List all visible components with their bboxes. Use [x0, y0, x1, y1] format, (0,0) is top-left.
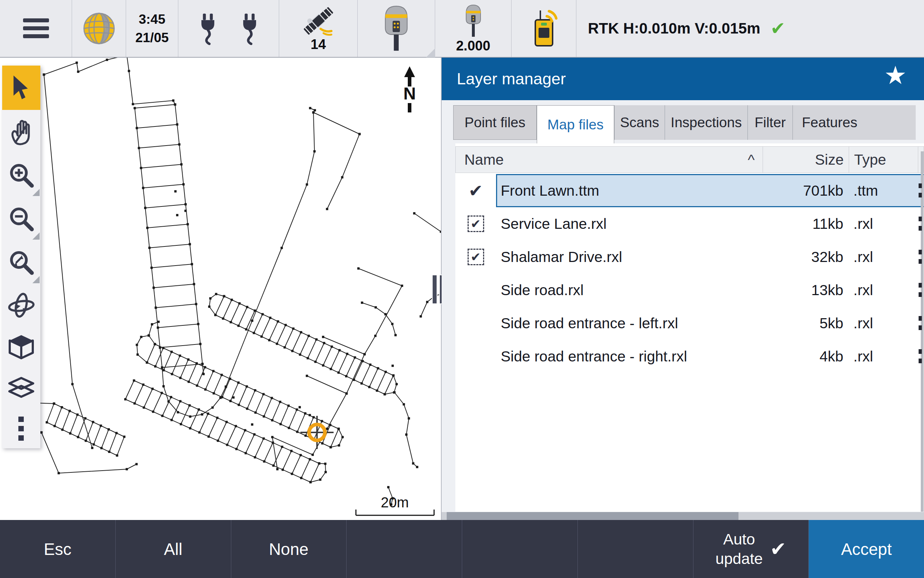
- tool-zoom-in[interactable]: [2, 153, 41, 197]
- map-linework[interactable]: N20m: [0, 58, 441, 520]
- tool-more[interactable]: [2, 409, 41, 448]
- receiver-cell-notch: [426, 48, 435, 57]
- file-name: Side road.rxl: [501, 273, 584, 307]
- file-type: .rxl: [853, 340, 873, 373]
- column-header-name[interactable]: Name ^: [456, 147, 763, 173]
- more-dots-icon: [18, 416, 25, 442]
- all-button[interactable]: All: [116, 520, 231, 578]
- radio-controller-icon: [529, 9, 559, 48]
- file-table: ✔Front Lawn.ttm701kb.ttm✔Service Lane.rx…: [456, 174, 924, 373]
- tool-select[interactable]: [2, 66, 41, 110]
- top-status-bar: 3:45 21/05: [0, 0, 924, 58]
- project-globe-button[interactable]: [72, 0, 126, 57]
- antenna-height-status[interactable]: 2.000: [435, 0, 512, 57]
- auto-update-button[interactable]: Autoupdate ✔: [694, 520, 809, 578]
- column-header-size[interactable]: Size: [763, 147, 849, 173]
- menu-button[interactable]: [0, 0, 72, 57]
- tab-scans[interactable]: Scans: [614, 105, 665, 140]
- cube-icon: [7, 333, 35, 361]
- power-plug-icon: [242, 12, 258, 45]
- power-status[interactable]: [178, 0, 279, 57]
- date-label: 21/05: [135, 28, 169, 47]
- clipped-column-fragment: [919, 240, 924, 273]
- sort-ascending-icon: ^: [748, 151, 763, 168]
- file-size: 5kb: [762, 307, 843, 340]
- clock-status[interactable]: 3:45 21/05: [126, 0, 178, 57]
- table-row[interactable]: Side road.rxl13kb.rxl: [456, 273, 924, 307]
- file-type: .rxl: [853, 240, 873, 273]
- pan-hand-icon: [10, 118, 33, 145]
- row-visibility-checkbox[interactable]: ✔: [456, 174, 496, 207]
- file-size: 701kb: [762, 174, 843, 207]
- file-name: Shalamar Drive.rxl: [501, 240, 622, 273]
- esc-button[interactable]: Esc: [0, 520, 116, 578]
- table-row[interactable]: Side road entrance - left.rxl5kb.rxl: [456, 307, 924, 340]
- gnss-receiver-icon: [383, 5, 409, 52]
- receiver-status[interactable]: [358, 0, 435, 57]
- rtk-precision-status[interactable]: RTK H:0.010m V:0.015m ✔: [576, 0, 924, 57]
- time-label: 3:45: [135, 10, 169, 28]
- zoom-extents-icon: [8, 249, 34, 276]
- row-visibility-checkbox[interactable]: [456, 273, 496, 307]
- column-header-type[interactable]: Type: [849, 147, 918, 173]
- satellites-status[interactable]: 14: [279, 0, 358, 57]
- file-size: 4kb: [762, 340, 843, 373]
- scrollbar-thumb[interactable]: [447, 512, 739, 520]
- satellite-count: 14: [311, 37, 326, 51]
- file-size: 32kb: [762, 240, 843, 273]
- tool-zoom-out[interactable]: [2, 197, 41, 240]
- clipped-column-fragment: [919, 340, 924, 373]
- row-visibility-checkbox[interactable]: ✔: [456, 207, 496, 240]
- file-size: 13kb: [762, 273, 843, 307]
- rtk-status-text: RTK H:0.010m V:0.015m: [588, 20, 760, 37]
- select-cursor-icon: [11, 75, 31, 101]
- table-row[interactable]: ✔Shalamar Drive.rxl32kb.rxl: [456, 240, 924, 273]
- tool-zoom-extents[interactable]: [2, 240, 41, 284]
- zoom-out-icon: [8, 205, 34, 232]
- row-visibility-checkbox[interactable]: [456, 340, 496, 373]
- tab-point-files[interactable]: Point files: [453, 105, 537, 140]
- tool-pan[interactable]: [2, 110, 41, 153]
- table-row[interactable]: ✔Service Lane.rxl11kb.rxl: [456, 207, 924, 240]
- auto-update-check-icon: ✔: [770, 537, 786, 560]
- none-button[interactable]: None: [231, 520, 347, 578]
- file-type: .rxl: [853, 307, 873, 340]
- favorite-star-icon[interactable]: ★: [884, 63, 907, 88]
- softkey-empty: [347, 520, 462, 578]
- table-header: Name ^ Size Type: [456, 146, 924, 173]
- clipped-column-fragment: [919, 307, 924, 340]
- panel-header: Layer manager ★: [442, 58, 924, 100]
- softkey-empty: [462, 520, 578, 578]
- layers-icon: [7, 376, 35, 402]
- tab-map-files[interactable]: Map files: [537, 105, 614, 143]
- tool-orbit[interactable]: [2, 284, 41, 326]
- table-row[interactable]: ✔Front Lawn.ttm701kb.ttm: [456, 174, 924, 207]
- file-type: .ttm: [853, 174, 878, 207]
- panel-title: Layer manager: [457, 70, 566, 88]
- softkey-bar: Esc All None Autoupdate ✔ Accept: [0, 520, 924, 578]
- antenna-height: 2.000: [456, 39, 490, 53]
- svg-text:N: N: [404, 84, 416, 103]
- row-visibility-checkbox[interactable]: [456, 307, 496, 340]
- selectable-check-icon: ✔: [468, 216, 484, 232]
- rtk-ok-check-icon: ✔: [770, 19, 786, 37]
- horizontal-scrollbar[interactable]: [442, 512, 924, 520]
- file-name: Service Lane.rxl: [501, 207, 606, 240]
- zoom-in-icon: [8, 162, 34, 188]
- file-name: Side road entrance - left.rxl: [501, 307, 678, 340]
- radio-link-status[interactable]: [512, 0, 576, 57]
- row-visibility-checkbox[interactable]: ✔: [456, 240, 496, 273]
- tab-filter[interactable]: Filter: [747, 105, 793, 140]
- satellite-icon: [298, 6, 338, 36]
- clipped-column-fragment: [919, 273, 924, 307]
- tab-inspections[interactable]: Inspections: [665, 105, 747, 140]
- accept-button[interactable]: Accept: [809, 520, 924, 578]
- tab-features[interactable]: Features: [793, 105, 866, 140]
- file-type: .rxl: [853, 273, 873, 307]
- tool-layers[interactable]: [2, 368, 41, 409]
- table-row[interactable]: Side road entrance - right.rxl4kb.rxl: [456, 340, 924, 373]
- tool-3d-view[interactable]: [2, 326, 41, 368]
- layer-manager-panel: Layer manager ★ Point filesMap filesScan…: [442, 58, 924, 520]
- clipped-column-fragment: [919, 174, 924, 207]
- selectable-check-icon: ✔: [468, 248, 484, 265]
